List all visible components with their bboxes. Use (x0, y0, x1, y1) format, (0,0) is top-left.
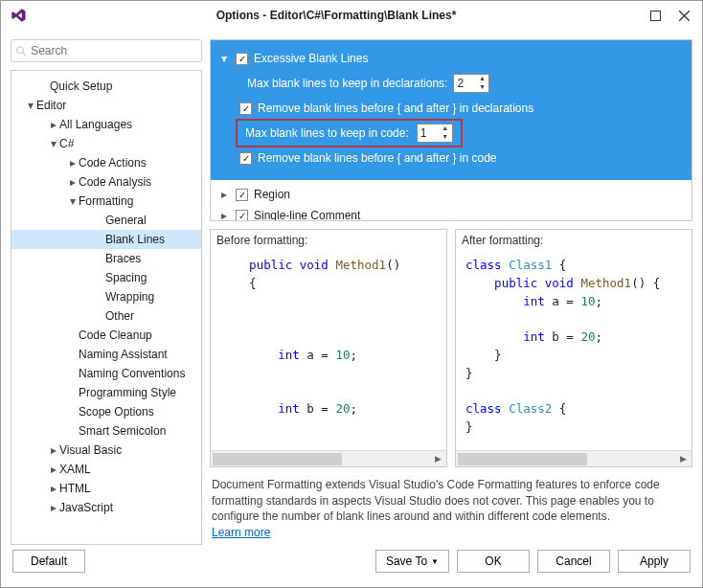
collapse-icon[interactable]: ▾ (218, 52, 230, 65)
chevron-right-icon[interactable]: ▸ (48, 463, 59, 476)
tree-item-label: C# (59, 137, 74, 150)
learn-more-link[interactable]: Learn more (212, 526, 270, 539)
chevron-right-icon[interactable]: ▸ (67, 156, 79, 170)
checkbox-single-comment[interactable] (236, 210, 248, 222)
input-max-code[interactable]: ▲▼ (417, 124, 453, 143)
group-excessive-blank-lines: ▾ Excessive Blank Lines Max blank lines … (211, 40, 692, 180)
tree-item-label: Editor (36, 99, 66, 112)
chevron-right-icon[interactable]: ▸ (48, 118, 59, 131)
tree-item[interactable]: ▾C# (11, 134, 201, 153)
maximize-button[interactable] (641, 2, 669, 29)
checkbox-excessive-blank-lines[interactable] (236, 53, 248, 65)
after-code: class Class1 { public void Method1() { i… (456, 251, 692, 450)
scroll-thumb[interactable] (213, 453, 342, 465)
tree-item-label: Code Cleanup (79, 328, 152, 342)
tree-item[interactable]: ▸Visual Basic (11, 441, 201, 460)
cancel-button[interactable]: Cancel (537, 550, 610, 573)
chevron-right-icon[interactable]: ▸ (48, 501, 59, 514)
tree-item-label: HTML (59, 482, 91, 495)
tree-item[interactable]: ▾Editor (11, 96, 201, 115)
tree-item[interactable]: ▸HTML (11, 479, 201, 498)
tree-item[interactable]: Naming Assistant (11, 345, 201, 364)
spin-up-icon[interactable]: ▲ (439, 124, 452, 133)
tree-item[interactable]: Scope Options (11, 402, 201, 421)
tree-item[interactable]: ▾Formatting (11, 192, 201, 211)
search-icon (15, 45, 27, 57)
svg-point-3 (17, 46, 24, 53)
tree-item[interactable]: Naming Conventions (11, 364, 201, 383)
tree-item[interactable]: Wrapping (11, 287, 201, 306)
expand-icon[interactable]: ▸ (218, 209, 230, 221)
expand-icon[interactable]: ▸ (218, 188, 230, 201)
titlebar: Options - Editor\C#\Formatting\Blank Lin… (1, 1, 702, 30)
tree-item-label: Blank Lines (105, 233, 165, 246)
checkbox-region[interactable] (236, 189, 248, 201)
chevron-right-icon[interactable]: ▸ (67, 175, 79, 189)
tree-item[interactable]: Blank Lines (11, 230, 201, 249)
label-single-comment: Single-line Comment (254, 209, 360, 221)
scroll-right-icon[interactable]: ▶ (430, 451, 446, 467)
label-region: Region (254, 188, 290, 201)
label-max-code: Max blank lines to keep in code: (245, 126, 409, 140)
scroll-thumb[interactable] (458, 453, 587, 465)
chevron-right-icon[interactable]: ▸ (48, 443, 59, 457)
tree-item[interactable]: Quick Setup (11, 77, 201, 96)
tree-item[interactable]: Programming Style (11, 383, 201, 402)
tree-item[interactable]: ▸Code Analysis (11, 172, 201, 192)
default-button[interactable]: Default (12, 550, 85, 573)
nav-tree: Quick Setup▾Editor▸All Languages▾C#▸Code… (11, 70, 202, 545)
tree-item[interactable]: General (11, 211, 201, 230)
options-dialog: Options - Editor\C#\Formatting\Blank Lin… (0, 0, 703, 588)
close-button[interactable] (669, 2, 698, 29)
spin-up-icon[interactable]: ▲ (475, 75, 488, 83)
search-box[interactable] (11, 39, 202, 62)
tree-item[interactable]: Braces (11, 249, 201, 268)
tree-item-label: XAML (59, 463, 91, 476)
tree-item[interactable]: ▸JavaScript (11, 498, 201, 517)
tree-item[interactable]: Other (11, 306, 201, 326)
search-input[interactable] (27, 44, 197, 57)
button-bar: Default Save To▼ OK Cancel Apply (1, 545, 702, 587)
tree-item[interactable]: ▸Code Actions (11, 153, 201, 172)
svg-line-4 (23, 53, 26, 56)
tree-item[interactable]: Spacing (11, 268, 201, 287)
tree-item-label: Programming Style (79, 386, 176, 399)
ok-button[interactable]: OK (457, 550, 530, 573)
tree-item-label: Braces (105, 252, 141, 265)
spin-down-icon[interactable]: ▼ (439, 133, 452, 142)
chevron-down-icon[interactable]: ▾ (67, 194, 79, 208)
hscrollbar[interactable]: ◀▶ (211, 450, 446, 466)
label-max-decl: Max blank lines to keep in declarations: (247, 77, 447, 90)
tree-item-label: Naming Assistant (79, 348, 168, 361)
input-max-code-field[interactable] (418, 126, 439, 140)
tree-item[interactable]: ▸XAML (11, 460, 201, 479)
chevron-down-icon[interactable]: ▾ (48, 137, 59, 150)
description: Document Formatting extends Visual Studi… (210, 475, 692, 545)
tree-item-label: Code Actions (79, 156, 147, 170)
scroll-right-icon[interactable]: ▶ (675, 451, 692, 467)
tree-item-label: Scope Options (79, 405, 154, 418)
svg-rect-0 (650, 11, 660, 20)
checkbox-remove-code[interactable] (239, 152, 252, 165)
before-pane: Before formatting: public void Method1()… (210, 229, 447, 467)
tree-item[interactable]: Smart Semicolon (11, 421, 201, 441)
tree-item-label: Code Analysis (79, 175, 151, 189)
tree-item-label: Spacing (105, 271, 147, 284)
dropdown-icon: ▼ (431, 557, 439, 566)
input-max-decl-field[interactable] (454, 77, 475, 90)
options-panel: ▾ Excessive Blank Lines Max blank lines … (210, 39, 692, 221)
tree-item[interactable]: Code Cleanup (11, 326, 201, 345)
checkbox-remove-decl[interactable] (239, 102, 252, 115)
tree-item-label: Wrapping (105, 290, 154, 304)
input-max-decl[interactable]: ▲▼ (453, 74, 489, 93)
tree-item-label: General (105, 214, 147, 227)
spin-down-icon[interactable]: ▼ (475, 83, 488, 92)
tree-item[interactable]: ▸All Languages (11, 115, 201, 134)
group-title: Excessive Blank Lines (254, 52, 368, 65)
hscrollbar[interactable]: ◀▶ (456, 450, 692, 466)
apply-button[interactable]: Apply (618, 550, 691, 573)
chevron-down-icon[interactable]: ▾ (25, 99, 36, 112)
saveto-button[interactable]: Save To▼ (375, 550, 449, 573)
before-code: public void Method1() { int a = 10; int … (211, 251, 446, 450)
chevron-right-icon[interactable]: ▸ (48, 482, 59, 495)
